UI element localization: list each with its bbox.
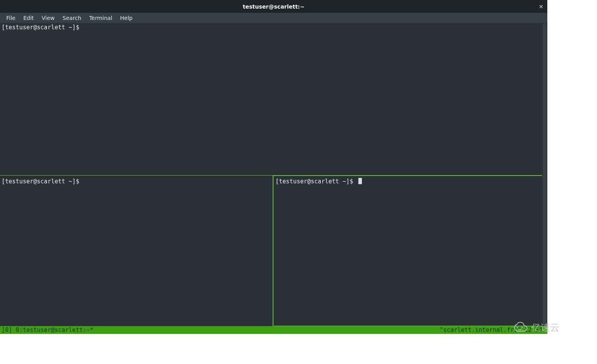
terminal-area[interactable]: [testuser@scarlett ~]$ [testuser@scarlet… (0, 23, 547, 334)
scrollbar[interactable] (542, 23, 547, 326)
tmux-status-left: [0] 0:testuser@scarlett:~* (2, 326, 94, 334)
scrollbar-thumb[interactable] (543, 23, 547, 326)
tmux-pane-bottom-left[interactable]: [testuser@scarlett ~]$ (0, 176, 273, 326)
tmux-bottom-row: [testuser@scarlett ~]$ [testuser@scarlet… (0, 176, 547, 326)
menu-terminal[interactable]: Terminal (85, 13, 116, 23)
titlebar: testuser@scarlett:~ ✕ (0, 0, 547, 13)
close-icon[interactable]: ✕ (539, 4, 543, 9)
window-title: testuser@scarlett:~ (243, 4, 305, 10)
menu-search[interactable]: Search (59, 13, 85, 23)
menubar: File Edit View Search Terminal Help (0, 13, 547, 23)
tmux-pane-bottom-right[interactable]: [testuser@scarlett ~]$ (273, 176, 547, 326)
tmux-status-bar: [0] 0:testuser@scarlett:~* "scarlett.int… (0, 326, 547, 334)
menu-help[interactable]: Help (116, 13, 137, 23)
terminal-window: testuser@scarlett:~ ✕ File Edit View Sea… (0, 0, 547, 334)
menu-edit[interactable]: Edit (19, 13, 38, 23)
cursor-icon (358, 178, 362, 184)
menu-file[interactable]: File (2, 13, 19, 23)
tmux-status-right: "scarlett.internal.fri" 12:54 (440, 326, 546, 334)
shell-prompt: [testuser@scarlett ~]$ (275, 178, 357, 185)
shell-prompt: [testuser@scarlett ~]$ (2, 24, 83, 31)
shell-prompt: [testuser@scarlett ~]$ (2, 178, 83, 185)
tmux-pane-top[interactable]: [testuser@scarlett ~]$ (0, 23, 547, 175)
menu-view[interactable]: View (38, 13, 59, 23)
